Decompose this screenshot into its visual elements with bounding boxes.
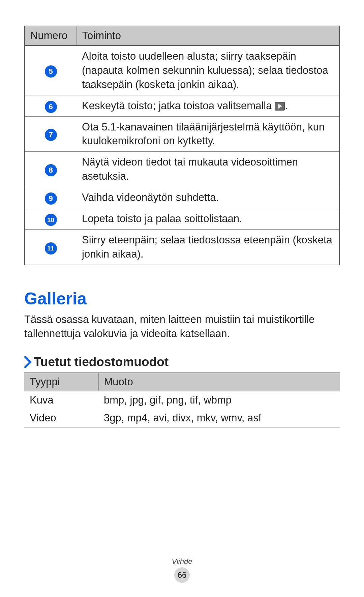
function-text: Aloita toisto uudelleen alusta; siirry t…: [77, 46, 339, 95]
table-row: 10 Lopeta toisto ja palaa soittolistaan.: [25, 208, 339, 230]
number-badge-7: 7: [45, 129, 57, 141]
table-row: 7 Ota 5.1-kanavainen tilaäänijärjestelmä…: [25, 116, 339, 152]
intro-paragraph: Tässä osassa kuvataan, miten laitteen mu…: [24, 312, 340, 341]
page: Numero Toiminto 5 Aloita toisto uudellee…: [0, 0, 364, 597]
type-cell: Kuva: [24, 391, 98, 409]
formats-table: Tyyppi Muoto Kuva bmp, jpg, gif, png, ti…: [24, 372, 340, 427]
number-badge-5: 5: [45, 65, 57, 78]
function-text: Näytä videon tiedot tai mukauta videosoi…: [77, 152, 339, 187]
number-badge-9: 9: [45, 192, 57, 205]
section-heading-galleria: Galleria: [24, 289, 340, 308]
table-row: 11 Siirry eteenpäin; selaa tiedostossa e…: [25, 230, 339, 265]
number-badge-6: 6: [45, 101, 57, 113]
page-number-badge: 66: [174, 567, 190, 583]
table-row: 5 Aloita toisto uudelleen alusta; siirry…: [25, 46, 339, 95]
table-row: Kuva bmp, jpg, gif, png, tif, wbmp: [24, 391, 340, 409]
table-row: Video 3gp, mp4, avi, divx, mkv, wmv, asf: [24, 409, 340, 427]
function-text: Keskeytä toisto; jatka toistoa valitsema…: [77, 95, 339, 116]
function-text: Siirry eteenpäin; selaa tiedostossa etee…: [77, 230, 339, 265]
number-badge-11: 11: [45, 242, 57, 255]
footer-section-label: Viihde: [0, 557, 364, 566]
function-text: Lopeta toisto ja palaa soittolistaan.: [77, 208, 339, 230]
function-text-pre: Keskeytä toisto; jatka toistoa valitsema…: [82, 100, 275, 112]
table-row: 9 Vaihda videonäytön suhdetta.: [25, 187, 339, 208]
table-row: 8 Näytä videon tiedot tai mukauta videos…: [25, 152, 339, 187]
format-cell: bmp, jpg, gif, png, tif, wbmp: [98, 391, 340, 409]
subsection-heading: Tuetut tiedostomuodot: [24, 355, 340, 369]
table1-header-toiminto: Toiminto: [77, 26, 339, 46]
function-table: Numero Toiminto 5 Aloita toisto uudellee…: [24, 26, 340, 265]
page-footer: Viihde 66: [0, 557, 364, 583]
subsection-title: Tuetut tiedostomuodot: [34, 355, 169, 369]
function-text: Vaihda videonäytön suhdetta.: [77, 187, 339, 208]
number-badge-8: 8: [45, 164, 57, 176]
format-cell: 3gp, mp4, avi, divx, mkv, wmv, asf: [98, 409, 340, 427]
table2-header-tyyppi: Tyyppi: [24, 373, 98, 391]
table-row: 6 Keskeytä toisto; jatka toistoa valitse…: [25, 95, 339, 116]
table1-header-numero: Numero: [25, 26, 77, 46]
function-text: Ota 5.1-kanavainen tilaäänijärjestelmä k…: [77, 116, 339, 152]
number-badge-10: 10: [45, 214, 57, 226]
table2-header-muoto: Muoto: [98, 373, 340, 391]
type-cell: Video: [24, 409, 98, 427]
chevron-right-icon: [24, 356, 32, 368]
play-icon: [275, 102, 285, 111]
function-text-post: .: [285, 100, 288, 112]
